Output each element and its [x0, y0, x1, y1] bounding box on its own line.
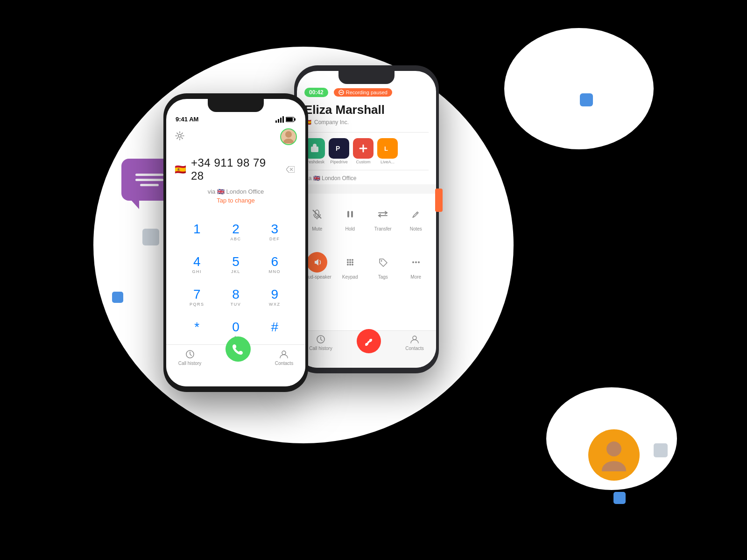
dialpad-key-3[interactable]: 3 DEF: [255, 216, 294, 249]
phones-container: 00:42 Recording paused Eliza Marshall 🇪🇸…: [149, 37, 570, 495]
dial-letters-2: ABC: [230, 237, 241, 242]
dialpad-key-6[interactable]: 6 MNO: [255, 249, 294, 281]
p2-controls-row1: Mute Hold: [297, 194, 436, 242]
svg-rect-29: [294, 118, 296, 120]
pipedrive-icon: P: [329, 138, 349, 159]
orange-notification-tab[interactable]: [435, 189, 443, 212]
transfer-icon-wrap: [373, 204, 393, 224]
integ-pipedrive[interactable]: P Pipedrive: [329, 138, 349, 164]
p2-via: via 🇬🇧 London Office: [297, 172, 436, 184]
transfer-icon: [378, 209, 388, 219]
dialpad-key-5[interactable]: 5 JKL: [216, 249, 255, 281]
deco-square-1: [580, 93, 593, 106]
loudspeaker-icon-wrap: [307, 252, 327, 273]
ctrl-transfer[interactable]: Transfer: [366, 199, 400, 236]
p1-dial-button[interactable]: [226, 336, 251, 362]
bar4: [282, 116, 284, 123]
svg-point-0: [606, 441, 621, 456]
svg-point-37: [282, 351, 286, 355]
hold-label: Hold: [345, 226, 355, 231]
p1-tab-contacts[interactable]: Contacts: [275, 350, 293, 366]
p1-contacts-icon: [279, 350, 289, 359]
p2-history-icon: [316, 335, 325, 344]
p2-tab-history[interactable]: Call history: [309, 335, 332, 351]
svg-text:L: L: [384, 145, 388, 152]
dial-letters-8: TUV: [231, 302, 241, 308]
integ-live[interactable]: L LiveA...: [377, 138, 398, 164]
dial-num-4: 4: [193, 255, 201, 268]
dialpad-key-star[interactable]: *: [177, 314, 216, 347]
dial-num-9: 9: [271, 288, 279, 301]
mute-icon: [312, 209, 322, 219]
more-icon-wrap: [406, 252, 426, 273]
keypad-icon: [345, 257, 355, 267]
ctrl-notes[interactable]: Notes: [400, 199, 433, 236]
bar1: [275, 120, 277, 123]
recording-icon: [338, 90, 344, 95]
p1-gear-button[interactable]: [175, 131, 185, 143]
dial-num-0: 0: [232, 321, 240, 334]
svg-point-19: [347, 264, 349, 266]
p1-tab-history[interactable]: Call history: [178, 350, 201, 366]
p1-history-icon: [185, 350, 195, 359]
svg-rect-11: [351, 211, 353, 217]
p1-dialpad: 1 2 ABC 3 DEF 4 GHI 5 JKL: [166, 211, 305, 351]
p1-tab-dialpad[interactable]: [226, 350, 251, 362]
p2-integrations: Freshdesk P Pipedrive: [297, 134, 436, 168]
pipedrive-svg: P: [334, 143, 344, 154]
svg-point-32: [285, 131, 292, 138]
custom-label: Custom: [356, 160, 370, 164]
ctrl-tags[interactable]: Tags: [366, 247, 400, 284]
svg-point-18: [352, 261, 353, 263]
svg-point-23: [412, 261, 414, 263]
p1-dial-display: 🇪🇸 +34 911 98 79 28: [166, 149, 305, 184]
hold-icon: [345, 209, 355, 219]
ctrl-keypad[interactable]: Keypad: [334, 247, 367, 284]
p2-tab-contacts-label: Contacts: [405, 346, 423, 351]
avatar-icon: [283, 130, 294, 143]
dialpad-key-9[interactable]: 9 WXZ: [255, 281, 294, 314]
pipedrive-label: Pipedrive: [330, 160, 348, 164]
ctrl-more[interactable]: More: [400, 247, 433, 284]
dial-letters-3: DEF: [269, 237, 280, 242]
svg-text:P: P: [336, 145, 340, 152]
p2-contacts-icon: [410, 335, 419, 344]
integ-custom[interactable]: Custom: [353, 138, 374, 164]
p1-via-office: London Office: [226, 188, 264, 195]
dial-num-3: 3: [271, 223, 279, 236]
svg-point-25: [418, 261, 420, 263]
avatar-circle: [588, 429, 640, 481]
p2-tab-contacts[interactable]: Contacts: [405, 335, 423, 351]
phone-active-icon: [232, 343, 245, 356]
dialpad-key-2[interactable]: 2 ABC: [216, 216, 255, 249]
more-label: More: [410, 274, 421, 280]
dialpad-key-1[interactable]: 1: [177, 216, 216, 249]
phone-2-screen: 00:42 Recording paused Eliza Marshall 🇪🇸…: [297, 71, 436, 368]
svg-point-24: [415, 261, 417, 263]
deco-square-4: [654, 443, 668, 457]
p1-backspace-button[interactable]: [284, 163, 297, 176]
svg-point-20: [349, 264, 351, 266]
tags-icon-wrap: [373, 252, 393, 273]
ctrl-hold[interactable]: Hold: [334, 199, 367, 236]
p1-tap-change[interactable]: Tap to change: [166, 196, 305, 211]
p1-time: 9:41 AM: [176, 116, 198, 123]
svg-point-33: [283, 139, 294, 143]
p2-end-call-button[interactable]: [357, 329, 381, 353]
svg-point-13: [347, 259, 349, 261]
p2-tab-history-label: Call history: [309, 346, 332, 351]
transfer-label: Transfer: [374, 226, 392, 231]
phone-1-notch: [208, 99, 264, 112]
p1-avatar[interactable]: [280, 128, 297, 145]
deco-square-3: [112, 292, 123, 303]
dialpad-key-hash[interactable]: #: [255, 314, 294, 347]
dial-num-8: 8: [232, 288, 240, 301]
dialpad-key-4[interactable]: 4 GHI: [177, 249, 216, 281]
recording-label: Recording paused: [346, 90, 388, 95]
dialpad-key-7[interactable]: 7 PQRS: [177, 281, 216, 314]
p1-phone-number: +34 911 98 79 28: [191, 156, 280, 182]
dial-num-7: 7: [193, 288, 201, 301]
bar3: [280, 118, 282, 123]
dialpad-key-8[interactable]: 8 TUV: [216, 281, 255, 314]
mute-label: Mute: [312, 226, 322, 231]
